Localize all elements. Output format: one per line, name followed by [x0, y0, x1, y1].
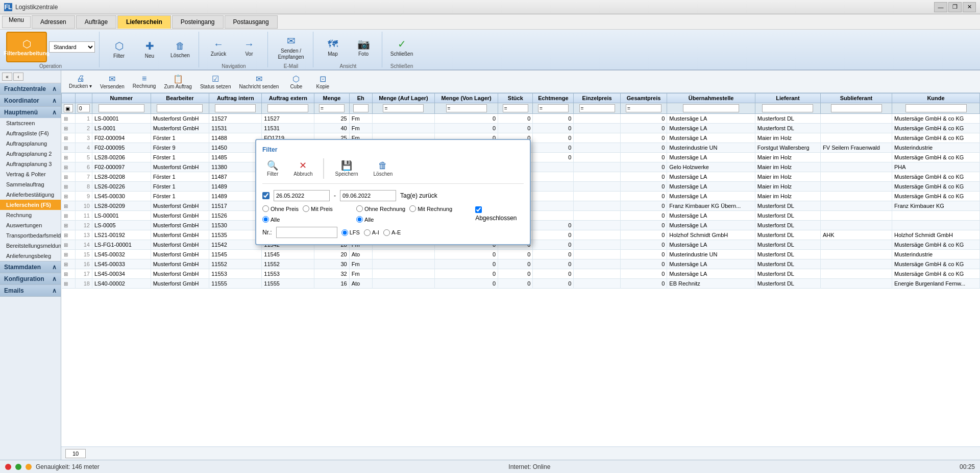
- fp-mit-rechnung-label[interactable]: Mit Rechnung: [409, 205, 452, 212]
- close-button[interactable]: ✕: [963, 2, 976, 12]
- tab-auftrage[interactable]: Aufträge: [76, 15, 116, 29]
- cell-expand[interactable]: ⊞: [62, 211, 76, 221]
- sidebar-item-auftragsplanung2[interactable]: Auftragsplanung 2: [0, 149, 61, 159]
- table-row[interactable]: ⊞ 15 LS45-00032 Musterforst GmbH 11545 1…: [62, 250, 980, 259]
- sidebar-item-sammelauftrag[interactable]: Sammelauftrag: [0, 179, 61, 190]
- cube-button[interactable]: ⬡ Cube: [283, 72, 309, 91]
- filter-bearbeiter-input[interactable]: [157, 104, 203, 112]
- sidebar-group-stammdaten-header[interactable]: Stammdaten ∧: [0, 262, 61, 273]
- tab-postausgang[interactable]: Postausgang: [225, 15, 278, 29]
- cell-expand[interactable]: ⊞: [62, 153, 76, 162]
- fp-a1-label[interactable]: A-I: [364, 229, 379, 236]
- filter-nummer-input[interactable]: [99, 104, 144, 112]
- fp-a1-radio[interactable]: [364, 229, 371, 236]
- senden-button[interactable]: ✉ Senden / Empfangen: [273, 32, 309, 62]
- filter-menge-von-lager-input[interactable]: [446, 104, 487, 112]
- table-row[interactable]: ⊞ 18 LS40-00002 Musterforst GmbH 11555 1…: [62, 279, 980, 289]
- filter-auftrag-extern-input[interactable]: [267, 104, 308, 112]
- loschen-button[interactable]: 🗑 Löschen: [166, 34, 194, 64]
- fp-mit-rechnung-radio[interactable]: [409, 205, 416, 212]
- sidebar-item-auswertungen[interactable]: Auswertungen: [0, 220, 61, 230]
- filter-bearbeitung-button[interactable]: ⬡ Filterbearbeitung: [6, 32, 47, 62]
- fp-date-to[interactable]: [340, 190, 396, 201]
- fp-alle-rechnung-radio[interactable]: [356, 216, 363, 223]
- filter-sublieferant-input[interactable]: [831, 104, 882, 112]
- kopie-button[interactable]: ⊡ Kopie: [310, 72, 335, 91]
- sidebar-item-vertrag[interactable]: Vertrag & Polter: [0, 169, 61, 179]
- rechnung-button[interactable]: ≡ Rechnung: [129, 72, 160, 91]
- sidebar-item-rechnung[interactable]: Rechnung: [0, 210, 61, 220]
- tab-posteingang[interactable]: Posteingang: [172, 15, 224, 29]
- cell-expand[interactable]: ⊞: [62, 269, 76, 279]
- vor-button[interactable]: → Vor: [235, 32, 263, 62]
- sidebar-item-lieferschein[interactable]: Lieferschein (F5): [0, 200, 61, 210]
- sidebar-item-startscreen[interactable]: Startscreen: [0, 118, 61, 128]
- fp-alle-preis-radio[interactable]: [262, 216, 269, 223]
- sidebar-item-auftragsplanung[interactable]: Auftragsplanung: [0, 138, 61, 149]
- fp-ohne-preis-radio[interactable]: [262, 205, 269, 212]
- page-number-input[interactable]: [65, 449, 86, 458]
- sidebar-group-hauptmenu-header[interactable]: Hauptmenü ∧: [0, 107, 61, 118]
- zuruck-button[interactable]: ← Zurück: [204, 32, 233, 62]
- fp-ohne-preis-label[interactable]: Ohne Preis: [262, 205, 299, 212]
- sidebar-group-emails-header[interactable]: Emails ∧: [0, 285, 61, 296]
- fp-abgeschlossen-checkbox[interactable]: [475, 206, 482, 213]
- filter-stuck-input[interactable]: [503, 104, 528, 112]
- sidebar-item-auftragsliste[interactable]: Auftragsliste (F4): [0, 128, 61, 138]
- cell-expand[interactable]: ⊞: [62, 162, 76, 172]
- schliessen-button[interactable]: ✓ Schließen: [387, 32, 416, 62]
- fp-lfs-label[interactable]: LFS: [341, 229, 360, 236]
- fp-filter-button[interactable]: 🔍 Filter: [262, 157, 283, 179]
- minimize-button[interactable]: —: [934, 2, 947, 12]
- cell-expand[interactable]: ⊞: [62, 124, 76, 133]
- cell-expand[interactable]: ⊞: [62, 259, 76, 269]
- fp-alle-preis-label[interactable]: Alle: [262, 216, 280, 223]
- filter-eh-input[interactable]: [353, 104, 369, 112]
- cell-expand[interactable]: ⊞: [62, 114, 76, 124]
- sidebar-group-konfiguration-header[interactable]: Konfiguration ∧: [0, 273, 61, 285]
- cell-expand[interactable]: ⊞: [62, 250, 76, 259]
- cell-expand[interactable]: ⊞: [62, 172, 76, 182]
- fp-alle-rechnung-label[interactable]: Alle: [356, 216, 374, 223]
- fp-lfs-radio[interactable]: [341, 229, 348, 236]
- neu-button[interactable]: ✚ Neu: [135, 34, 164, 64]
- fp-ohne-rechnung-radio[interactable]: [356, 205, 363, 212]
- sidebar-item-anlieferbestatigung[interactable]: Anlieferbestätigung: [0, 190, 61, 200]
- table-row[interactable]: ⊞ 2 LS-0001 Musterforst GmbH 11531 11531…: [62, 124, 980, 133]
- fp-date-checkbox[interactable]: [262, 192, 270, 199]
- versenden-button[interactable]: ✉ Versenden: [96, 72, 128, 91]
- menu-button[interactable]: Menu: [2, 16, 31, 28]
- filter-kunde-input[interactable]: [905, 104, 967, 112]
- nav-collapse-all[interactable]: «: [2, 73, 12, 81]
- fp-ae-radio[interactable]: [383, 229, 390, 236]
- fp-nr-input[interactable]: [276, 227, 337, 238]
- filter-nr-input[interactable]: [78, 104, 90, 112]
- fp-speichern-button[interactable]: 💾 Speichern: [330, 157, 362, 179]
- fp-loschen-button[interactable]: 🗑 Löschen: [369, 158, 398, 179]
- sidebar-item-bereitstellungsmeldung[interactable]: Bereitstellungsmeldung: [0, 241, 61, 251]
- fp-abbruch-button[interactable]: ✕ Abbruch: [289, 157, 317, 179]
- maximize-button[interactable]: ❐: [948, 2, 962, 12]
- cell-expand[interactable]: ⊞: [62, 221, 76, 230]
- nachricht-senden-button[interactable]: ✉ Nachricht senden: [236, 72, 283, 91]
- tab-adressen[interactable]: Adressen: [32, 15, 75, 29]
- filter-button[interactable]: ⬡ Filter: [105, 34, 133, 64]
- cell-expand[interactable]: ⊞: [62, 182, 76, 192]
- filter-gesamtpreis-input[interactable]: [626, 104, 662, 112]
- sidebar-item-auftragsplanung3[interactable]: Auftragsplanung 3: [0, 159, 61, 169]
- cell-expand[interactable]: ⊞: [62, 240, 76, 250]
- sidebar-item-anlieferungsbeleg[interactable]: Anlieferungsbeleg: [0, 251, 61, 261]
- sidebar-group-frachtzentrale-header[interactable]: Frachtzentrale ∧: [0, 83, 61, 94]
- table-row[interactable]: ⊞ 17 LS45-00034 Musterforst GmbH 11553 1…: [62, 269, 980, 279]
- cell-expand[interactable]: ⊞: [62, 133, 76, 143]
- drucken-button[interactable]: 🖨 Drucken ▾: [65, 72, 95, 91]
- table-row[interactable]: ⊞ 1 LS-00001 Musterforst GmbH 11527 1152…: [62, 114, 980, 124]
- sidebar-item-transportbedarfsmeldung[interactable]: Transportbedarfsmeldung: [0, 230, 61, 241]
- filter-lieferant-input[interactable]: [762, 104, 813, 112]
- filter-auftrag-intern-input[interactable]: [215, 104, 256, 112]
- fp-mit-preis-label[interactable]: Mit Preis: [303, 205, 333, 212]
- foto-button[interactable]: 📷 Foto: [349, 32, 378, 62]
- nav-collapse[interactable]: ‹: [13, 73, 23, 81]
- table-row[interactable]: ⊞ 16 LS45-00033 Musterforst GmbH 11552 1…: [62, 259, 980, 269]
- standard-dropdown[interactable]: Standard: [49, 41, 95, 53]
